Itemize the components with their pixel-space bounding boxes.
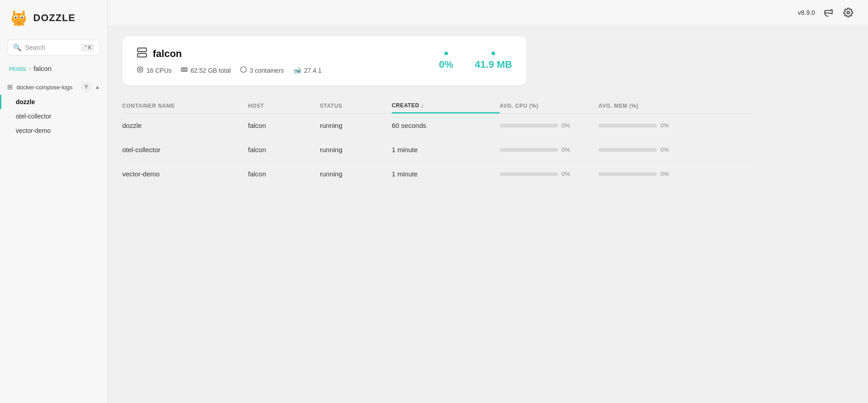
mem-progress-label: 0% bbox=[660, 146, 669, 153]
mem-progress-label: 0% bbox=[660, 122, 669, 129]
host-name-row: falcon bbox=[137, 47, 421, 61]
td-created: 1 minute bbox=[392, 146, 500, 153]
td-created: 60 seconds bbox=[392, 122, 500, 129]
svg-point-5 bbox=[17, 22, 21, 25]
table-row[interactable]: dozzle falcon running 60 seconds 0% 0% bbox=[122, 114, 751, 138]
table-body: dozzle falcon running 60 seconds 0% 0% bbox=[122, 114, 751, 186]
svg-point-9 bbox=[22, 11, 25, 13]
td-container-name: dozzle bbox=[122, 122, 248, 129]
mem-progress-bar bbox=[598, 172, 657, 176]
svg-point-11 bbox=[17, 24, 21, 26]
logo-area: DOZZLE bbox=[0, 0, 107, 36]
announcement-icon[interactable] bbox=[822, 6, 835, 19]
td-container-name: vector-demo bbox=[122, 170, 248, 178]
breadcrumb-hosts[interactable]: Hosts bbox=[9, 65, 26, 72]
mem-progress-bar bbox=[598, 148, 657, 152]
th-avg-mem[interactable]: AVG. MEM (%) bbox=[598, 102, 697, 110]
docker-icon: 🐋 bbox=[293, 66, 301, 74]
mem-progress-bar bbox=[598, 124, 657, 127]
host-card: falcon 16 CPUs 62.52 GB total bbox=[122, 36, 527, 85]
svg-point-12 bbox=[21, 24, 24, 26]
sidebar-group-docker-compose[interactable]: ⊞ docker-compose-logs Y ▲ bbox=[0, 79, 107, 95]
sort-desc-icon: ↓ bbox=[421, 103, 424, 108]
cpu-progress-label: 0% bbox=[562, 122, 570, 129]
svg-point-8 bbox=[13, 11, 15, 13]
sidebar-item-otel-collector[interactable]: otel-collector bbox=[0, 109, 107, 123]
containers-table: CONTAINER NAME HOST STATUS CREATED ↓ AVG… bbox=[122, 98, 751, 186]
cpu-dot bbox=[444, 52, 448, 55]
breadcrumb-current: falcon bbox=[34, 65, 52, 72]
layers-icon: ⊞ bbox=[7, 83, 13, 91]
host-stats: 0% 41.9 MB bbox=[439, 52, 512, 70]
cpu-progress-bar bbox=[500, 172, 558, 176]
svg-rect-18 bbox=[138, 67, 143, 72]
sidebar-item-dozzle[interactable]: dozzle bbox=[0, 95, 107, 109]
main-content: v8.9.0 bbox=[108, 0, 868, 403]
settings-icon[interactable] bbox=[842, 6, 855, 19]
th-avg-cpu[interactable]: AVG. CPU (%) bbox=[500, 102, 598, 110]
logo-icon bbox=[9, 8, 29, 28]
host-stat-mem: 41.9 MB bbox=[475, 52, 512, 70]
container-icon bbox=[240, 66, 247, 74]
version-label: v8.9.0 bbox=[798, 9, 815, 16]
td-status: running bbox=[320, 146, 392, 153]
svg-point-10 bbox=[13, 24, 17, 26]
td-host: falcon bbox=[248, 122, 320, 129]
td-host: falcon bbox=[248, 170, 320, 178]
host-memory: 62.52 GB total bbox=[190, 67, 231, 74]
chevron-up-icon: ▲ bbox=[95, 84, 100, 90]
breadcrumb: Hosts › falcon bbox=[0, 63, 107, 76]
host-cpus: 16 CPUs bbox=[146, 67, 172, 74]
svg-point-3 bbox=[15, 17, 17, 18]
topbar: v8.9.0 bbox=[108, 0, 868, 26]
td-avg-cpu: 0% bbox=[500, 122, 598, 129]
cpu-progress-bar bbox=[500, 148, 558, 152]
search-placeholder: Search bbox=[25, 44, 77, 51]
svg-point-13 bbox=[847, 11, 850, 14]
search-shortcut: ⌃K bbox=[81, 44, 94, 52]
mem-progress-label: 0% bbox=[660, 171, 669, 177]
sidebar-group-badge: Y bbox=[81, 82, 91, 92]
svg-rect-19 bbox=[139, 69, 141, 70]
table-header: CONTAINER NAME HOST STATUS CREATED ↓ AVG… bbox=[122, 98, 751, 114]
td-container-name: otel-collector bbox=[122, 146, 248, 153]
cpu-progress-label: 0% bbox=[562, 146, 570, 153]
host-meta-memory: 62.52 GB total bbox=[181, 66, 231, 74]
host-cpu-value: 0% bbox=[439, 59, 453, 70]
host-meta-docker: 🐋 27.4.1 bbox=[293, 66, 322, 74]
sidebar-item-vector-demo[interactable]: vector-demo bbox=[0, 123, 107, 138]
td-avg-mem: 0% bbox=[598, 146, 697, 153]
host-docker-version: 27.4.1 bbox=[304, 67, 322, 74]
host-info: falcon 16 CPUs 62.52 GB total bbox=[137, 47, 421, 74]
td-avg-cpu: 0% bbox=[500, 146, 598, 153]
th-host[interactable]: HOST bbox=[248, 102, 320, 110]
th-container-name[interactable]: CONTAINER NAME bbox=[122, 102, 248, 110]
sidebar: DOZZLE 🔍 Search ⌃K Hosts › falcon ⊞ dock… bbox=[0, 0, 108, 403]
svg-point-4 bbox=[21, 17, 23, 18]
mem-dot bbox=[492, 52, 495, 55]
table-row[interactable]: otel-collector falcon running 1 minute 0… bbox=[122, 138, 751, 162]
host-stat-cpu: 0% bbox=[439, 52, 453, 70]
sidebar-group-label: docker-compose-logs bbox=[17, 84, 78, 91]
server-icon bbox=[137, 47, 147, 61]
cpu-progress-label: 0% bbox=[562, 171, 570, 177]
host-meta-containers: 3 containers bbox=[240, 66, 284, 74]
td-host: falcon bbox=[248, 146, 320, 153]
td-status: running bbox=[320, 170, 392, 178]
app-logo-text: DOZZLE bbox=[33, 12, 75, 24]
td-created: 1 minute bbox=[392, 170, 500, 178]
search-bar[interactable]: 🔍 Search ⌃K bbox=[7, 39, 100, 56]
sidebar-items: ⊞ docker-compose-logs Y ▲ dozzle otel-co… bbox=[0, 76, 107, 141]
table-row[interactable]: vector-demo falcon running 1 minute 0% 0… bbox=[122, 162, 751, 186]
th-created[interactable]: CREATED ↓ bbox=[392, 102, 500, 114]
host-containers: 3 containers bbox=[250, 67, 284, 74]
td-status: running bbox=[320, 122, 392, 129]
search-icon: 🔍 bbox=[13, 44, 22, 52]
host-meta-cpus: 16 CPUs bbox=[137, 66, 172, 74]
host-name: falcon bbox=[153, 48, 182, 60]
cpu-progress-bar bbox=[500, 124, 558, 127]
th-status[interactable]: STATUS bbox=[320, 102, 392, 110]
host-mem-value: 41.9 MB bbox=[475, 59, 512, 70]
memory-icon bbox=[181, 66, 188, 74]
cpu-icon bbox=[137, 66, 144, 74]
